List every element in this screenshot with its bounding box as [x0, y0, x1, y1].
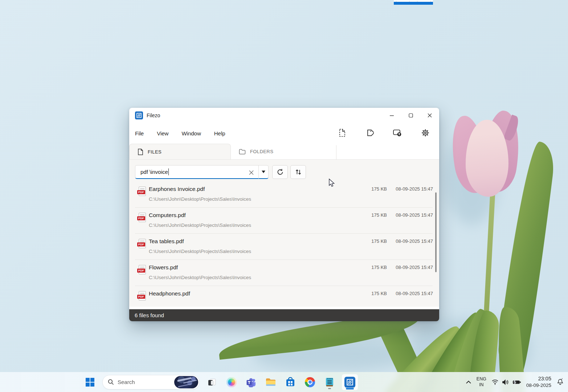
search-input-value: pdf \invoice	[140, 169, 168, 175]
file-date: 08-09-2025 15:47	[396, 212, 433, 218]
tab-folders[interactable]: FOLDERS	[231, 144, 332, 159]
file-row[interactable]: PDF Earphones Invoice.pdf 175 KB 08-09-2…	[129, 181, 439, 208]
pdf-file-icon: PDF	[137, 187, 146, 197]
file-size: 175 KB	[371, 238, 387, 244]
file-row[interactable]: PDF Tea tables.pdf 175 KB 08-09-2025 15:…	[129, 234, 439, 260]
sort-button[interactable]	[290, 165, 306, 179]
status-bar: 6 files found	[129, 309, 439, 321]
file-date: 08-09-2025 15:47	[396, 265, 433, 270]
microsoft-store-icon[interactable]	[283, 375, 298, 389]
pdf-file-icon: PDF	[137, 239, 146, 249]
file-name: Earphones Invoice.pdf	[149, 186, 205, 192]
status-text: 6 files found	[135, 312, 164, 318]
clock[interactable]: 23:05 08-09-2025	[526, 375, 551, 389]
file-path: C:\Users\John\Desktop\Projects\Sales\Inv…	[149, 222, 251, 228]
file-path: C:\Users\John\Desktop\Projects\Sales\Inv…	[149, 196, 251, 202]
tray-chevron-up-icon[interactable]	[466, 379, 471, 385]
window-body: pdf \invoice PDF Earphones Invoice.pdf 1…	[129, 160, 439, 307]
file-date: 08-09-2025 15:47	[396, 291, 433, 296]
file-name: Tea tables.pdf	[149, 238, 184, 245]
pdf-file-icon: PDF	[137, 265, 146, 275]
notes-app-icon[interactable]	[322, 375, 337, 389]
tray-date: 08-09-2025	[526, 382, 551, 389]
tray-time: 23:05	[526, 375, 551, 383]
list-scrollbar[interactable]	[435, 192, 437, 272]
file-name: Flowers.pdf	[149, 264, 178, 271]
active-app-indicator	[346, 388, 354, 389]
file-size: 175 KB	[371, 186, 387, 192]
file-name: Headphones.pdf	[149, 290, 190, 297]
start-button[interactable]	[83, 375, 97, 389]
taskbar-search[interactable]: Search	[102, 375, 200, 389]
battery-charging-icon	[512, 380, 521, 385]
teams-icon[interactable]	[244, 375, 258, 389]
pdf-file-icon: PDF	[137, 291, 146, 301]
clear-search-icon[interactable]	[248, 169, 255, 176]
filezo-taskbar-icon[interactable]	[342, 374, 358, 390]
tab-folders-label: FOLDERS	[250, 149, 273, 154]
chevron-down-icon	[262, 171, 265, 173]
offscreen-widget-blue-bar	[394, 2, 433, 5]
close-button[interactable]	[420, 108, 439, 123]
file-row[interactable]: PDF Flowers.pdf 175 KB 08-09-2025 15:47 …	[129, 260, 439, 286]
file-list: PDF Earphones Invoice.pdf 175 KB 08-09-2…	[129, 181, 439, 307]
window-title: Filezo	[147, 113, 160, 118]
language-switcher[interactable]: ENG IN	[477, 376, 486, 388]
file-date: 08-09-2025 15:47	[396, 238, 433, 244]
taskbar-search-label: Search	[118, 379, 174, 385]
pdf-file-icon: PDF	[137, 213, 146, 223]
language-region: IN	[477, 382, 486, 388]
menu-help[interactable]: Help	[214, 130, 225, 136]
tray-status-icons[interactable]	[491, 379, 521, 385]
language-code: ENG	[477, 376, 486, 382]
copilot-icon[interactable]	[224, 375, 239, 389]
menu-view[interactable]: View	[157, 130, 168, 136]
tab-files[interactable]: FILES	[129, 144, 231, 159]
file-size: 175 KB	[371, 212, 387, 218]
menu-window[interactable]: Window	[181, 130, 201, 136]
mouse-cursor	[328, 179, 336, 189]
filezo-window: Filezo File View Window Help FILES	[129, 108, 439, 321]
filezo-app-icon	[135, 111, 143, 119]
search-highlight-image[interactable]	[174, 376, 198, 388]
offscreen-widget-edge	[394, 0, 433, 5]
file-explorer-icon[interactable]	[263, 375, 278, 389]
file-path: C:\Users\John\Desktop\Projects\Sales\Inv…	[149, 275, 251, 280]
save-to-cloud-icon[interactable]	[393, 128, 402, 139]
menu-file[interactable]: File	[135, 130, 144, 136]
settings-gear-icon[interactable]	[421, 128, 430, 139]
menu-bar: File View Window Help	[129, 123, 439, 144]
tab-bar: FILES FOLDERS	[129, 144, 439, 160]
task-view-button[interactable]	[205, 375, 219, 389]
svg-text:z: z	[562, 378, 563, 380]
refresh-button[interactable]	[272, 165, 288, 179]
tag-icon[interactable]	[365, 128, 374, 139]
titlebar[interactable]: Filezo	[129, 108, 439, 123]
running-indicator	[328, 388, 331, 389]
search-history-dropdown[interactable]	[259, 165, 269, 179]
file-date: 08-09-2025 15:47	[396, 186, 433, 192]
file-size: 175 KB	[371, 265, 387, 270]
chrome-icon[interactable]	[303, 375, 317, 389]
tab-files-label: FILES	[148, 149, 162, 155]
file-size: 175 KB	[371, 291, 387, 296]
maximize-button[interactable]	[401, 108, 420, 123]
desktop: Filezo File View Window Help FILES	[0, 0, 568, 392]
file-path: C:\Users\John\Desktop\Projects\Sales\Inv…	[149, 249, 251, 254]
minimize-button[interactable]	[383, 108, 401, 123]
scan-document-icon[interactable]	[338, 128, 346, 139]
file-row[interactable]: PDF Headphones.pdf 175 KB 08-09-2025 15:…	[129, 286, 439, 307]
tab-divider	[336, 145, 336, 160]
file-name: Computers.pdf	[149, 212, 186, 219]
notification-bell-dnd-icon[interactable]: zz	[556, 378, 564, 387]
search-icon	[108, 379, 114, 385]
volume-icon	[502, 379, 509, 385]
search-input[interactable]: pdf \invoice	[135, 165, 259, 179]
wifi-icon	[491, 379, 499, 385]
taskbar: Search	[0, 372, 568, 392]
file-row[interactable]: PDF Computers.pdf 175 KB 08-09-2025 15:4…	[129, 208, 439, 234]
text-caret	[168, 168, 169, 175]
